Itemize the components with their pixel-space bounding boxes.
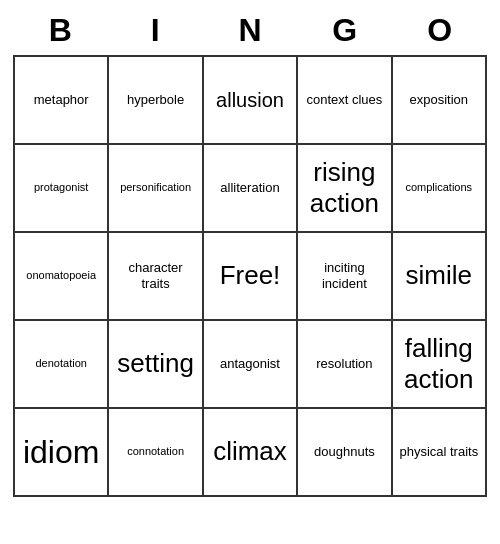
bingo-cell-r4-c3: doughnuts [298,409,392,497]
cell-text: resolution [316,356,372,372]
bingo-letter-g: G [297,8,392,53]
cell-text: connotation [127,445,184,458]
cell-text: personification [120,181,191,194]
bingo-cell-r2-c2: Free! [204,233,298,321]
bingo-card: BINGO metaphorhyperboleallusioncontext c… [5,0,495,505]
bingo-letter-o: O [392,8,487,53]
cell-text: Free! [220,260,281,291]
bingo-letter-i: I [108,8,203,53]
cell-text: exposition [410,92,469,108]
bingo-cell-r4-c0: idiom [15,409,109,497]
cell-text: protagonist [34,181,88,194]
cell-text: context clues [306,92,382,108]
bingo-cell-r1-c3: rising action [298,145,392,233]
bingo-cell-r1-c0: protagonist [15,145,109,233]
bingo-cell-r2-c3: inciting incident [298,233,392,321]
bingo-cell-r0-c2: allusion [204,57,298,145]
bingo-cell-r4-c2: climax [204,409,298,497]
bingo-cell-r3-c3: resolution [298,321,392,409]
bingo-cell-r3-c4: falling action [393,321,487,409]
cell-text: physical traits [399,444,478,460]
cell-text: idiom [23,433,99,471]
cell-text: setting [117,348,194,379]
cell-text: allusion [216,88,284,112]
cell-text: doughnuts [314,444,375,460]
bingo-letter-b: B [13,8,108,53]
bingo-cell-r0-c3: context clues [298,57,392,145]
bingo-cell-r1-c2: alliteration [204,145,298,233]
cell-text: simile [406,260,472,291]
cell-text: inciting incident [302,260,386,291]
bingo-cell-r4-c1: connotation [109,409,203,497]
cell-text: denotation [36,357,87,370]
bingo-cell-r4-c4: physical traits [393,409,487,497]
bingo-cell-r2-c4: simile [393,233,487,321]
bingo-header: BINGO [13,8,487,53]
cell-text: rising action [302,157,386,219]
bingo-cell-r3-c2: antagonist [204,321,298,409]
bingo-cell-r2-c0: onomatopoeia [15,233,109,321]
bingo-cell-r3-c0: denotation [15,321,109,409]
cell-text: onomatopoeia [26,269,96,282]
cell-text: alliteration [220,180,279,196]
bingo-cell-r0-c4: exposition [393,57,487,145]
bingo-letter-n: N [203,8,298,53]
bingo-cell-r1-c4: complications [393,145,487,233]
bingo-cell-r1-c1: personification [109,145,203,233]
cell-text: climax [213,436,287,467]
bingo-cell-r2-c1: character traits [109,233,203,321]
cell-text: complications [405,181,472,194]
bingo-grid: metaphorhyperboleallusioncontext cluesex… [13,55,487,497]
bingo-cell-r3-c1: setting [109,321,203,409]
cell-text: antagonist [220,356,280,372]
bingo-cell-r0-c1: hyperbole [109,57,203,145]
cell-text: falling action [397,333,481,395]
bingo-cell-r0-c0: metaphor [15,57,109,145]
cell-text: hyperbole [127,92,184,108]
cell-text: metaphor [34,92,89,108]
cell-text: character traits [113,260,197,291]
